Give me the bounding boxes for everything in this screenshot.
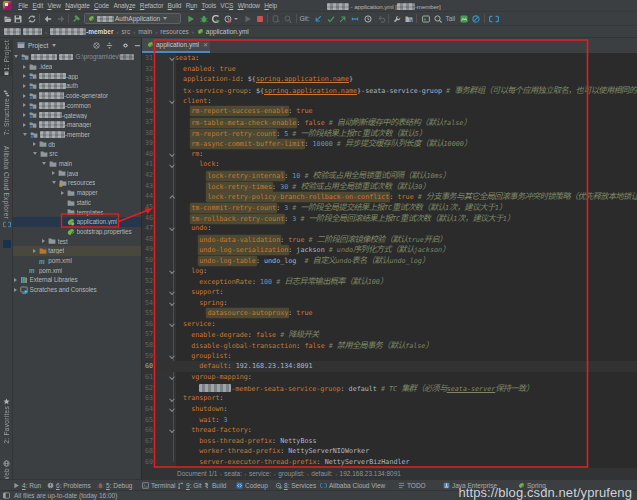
panel-title[interactable]: Project <box>28 42 48 49</box>
editor-line-60[interactable]: 60 default: 192.168.23.134:8091 <box>142 361 637 372</box>
line-number[interactable]: 46 <box>142 214 153 222</box>
tree-item-.idea[interactable]: .idea <box>13 62 142 72</box>
line-number[interactable]: 53 <box>142 288 153 296</box>
editor-line-67[interactable]: 67 boss-thread-prefix: NettyBoss <box>142 436 637 447</box>
run-anything-icon[interactable] <box>422 15 430 23</box>
line-number[interactable]: 42 <box>142 171 153 179</box>
line-number[interactable]: 31 <box>142 54 153 62</box>
editor-line-44[interactable]: 44 lock-retry-policy-branch-rollback-on-… <box>142 191 637 202</box>
open-icon[interactable] <box>4 15 12 23</box>
menu-navigate[interactable]: Navigate <box>63 2 92 9</box>
tree-item-resources[interactable]: resources <box>13 178 142 188</box>
editor-line-66[interactable]: 66 thread-factory: <box>142 425 637 436</box>
line-number[interactable]: 56 <box>142 320 153 328</box>
screenshot-icon[interactable] <box>460 15 468 23</box>
toolwindow-5-debug[interactable]: 5: Debug <box>97 480 132 490</box>
line-number[interactable]: 35 <box>142 97 153 105</box>
breadcrumb-member[interactable]: -member <box>86 28 113 35</box>
editor-line-39[interactable]: 39 rm-async-commit-buffer-limit: 10000 #… <box>142 138 637 149</box>
menu-refactor[interactable]: Refactor <box>138 2 166 9</box>
editor-line-48[interactable]: 48 undo-data-validation: true # 二阶段回滚镜像校… <box>142 234 637 245</box>
editor-line-43[interactable]: 43 lock-retry-times: 30 # 校验或占用全局锁重试次数（默… <box>142 181 637 192</box>
tree-item-External-Libraries[interactable]: External Libraries <box>13 275 142 285</box>
editor-line-35[interactable]: 35 client: <box>142 96 637 107</box>
settings-wrench-icon[interactable] <box>393 15 401 23</box>
chevron-collapsed-icon[interactable] <box>42 239 45 243</box>
editor-line-47[interactable]: 47 undo: <box>142 223 637 234</box>
tree-item--gateway[interactable]: -gateway <box>13 110 142 120</box>
code-editor[interactable]: 31seata:32 enabled: true33 application-i… <box>142 53 637 468</box>
editor-line-61[interactable]: 61 vgroup-mapping: <box>142 372 637 383</box>
toolwindow-terminal[interactable]: Terminal <box>142 480 176 490</box>
menu-file[interactable]: File <box>16 2 30 9</box>
history-icon[interactable] <box>364 15 372 23</box>
doc-crumb-3[interactable]: grouplist: <box>278 470 304 477</box>
line-number[interactable]: 64 <box>142 405 153 413</box>
doc-crumb-4[interactable]: default: <box>311 470 332 477</box>
stripe-structure-button[interactable]: 7: Structure <box>0 90 13 142</box>
tree-item-src[interactable]: src <box>13 149 142 159</box>
tree-item--app[interactable]: -app <box>13 71 142 81</box>
editor-line-63[interactable]: 63 transport: <box>142 393 637 404</box>
coverage-icon[interactable] <box>212 15 220 23</box>
breadcrumb-resources[interactable]: resources <box>160 28 189 35</box>
close-icon[interactable]: ✕ <box>203 41 208 48</box>
tree-item-pom.xml[interactable]: mpom.xml <box>13 256 142 266</box>
editor-line-68[interactable]: 68 worker-thread-prefix: NettyServerNIOW… <box>142 446 637 457</box>
menu-build[interactable]: Build <box>165 2 183 9</box>
toolwindow-6-problems[interactable]: 6: Problems <box>47 480 91 490</box>
tail-label[interactable]: Tail <box>446 15 456 22</box>
profiler-icon[interactable] <box>224 15 232 23</box>
editor-line-37[interactable]: 37 rm-table-meta-check-enable: false # 自… <box>142 117 637 128</box>
collapse-all-icon[interactable] <box>106 42 113 49</box>
stripe-project-button[interactable]: 1: Project <box>0 40 13 76</box>
forward-icon[interactable] <box>57 15 65 23</box>
tree-item--common[interactable]: -common <box>13 101 142 111</box>
editor-line-51[interactable]: 51 log: <box>142 266 637 277</box>
editor-line-55[interactable]: 55 datasource-autoproxy: true <box>142 308 637 319</box>
line-number[interactable]: 54 <box>142 299 153 307</box>
menu-analyze[interactable]: Analyze <box>111 2 137 9</box>
menu-window[interactable]: Window <box>235 2 262 9</box>
tree-item-target[interactable]: target <box>13 246 142 256</box>
toolwindow-4-run[interactable]: 4: Run <box>13 480 41 490</box>
hide-panel-icon[interactable] <box>134 42 141 49</box>
tree-item-mapper[interactable]: mapper <box>13 188 142 198</box>
editor-line-56[interactable]: 56 service: <box>142 319 637 330</box>
line-number[interactable]: 55 <box>142 309 153 317</box>
breadcrumb-main[interactable]: main <box>138 28 152 35</box>
chevron-expanded-icon[interactable] <box>42 162 46 165</box>
menu-code[interactable]: Code <box>92 2 111 9</box>
doc-crumb-5[interactable]: 192.168.23.134:8091 <box>340 470 401 477</box>
line-number[interactable]: 61 <box>142 373 153 381</box>
tree-item-java[interactable]: java <box>13 168 142 178</box>
editor-line-49[interactable]: 49 undo-log-serialization: jackson # und… <box>142 244 637 255</box>
chevron-expanded-icon[interactable] <box>23 133 27 136</box>
line-number[interactable]: 50 <box>142 256 153 264</box>
menu-help[interactable]: Help <box>262 2 279 9</box>
editor-line-40[interactable]: 40 rm: <box>142 149 637 160</box>
chevron-collapsed-icon[interactable] <box>23 94 26 98</box>
line-number[interactable]: 43 <box>142 182 153 190</box>
doc-crumb-2[interactable]: service: <box>249 470 271 477</box>
line-number[interactable]: 59 <box>142 352 153 360</box>
editor-line-31[interactable]: 31seata: <box>142 53 637 64</box>
chevron-collapsed-icon[interactable] <box>23 84 26 88</box>
tree-item-db[interactable]: db <box>13 139 142 149</box>
doc-crumb-0[interactable]: Document 1/1 <box>177 470 217 477</box>
tree-item--manager[interactable]: -manager <box>13 120 142 130</box>
breadcrumb-src[interactable]: src <box>121 28 130 35</box>
line-number[interactable]: 62 <box>142 384 153 392</box>
line-number[interactable]: 58 <box>142 341 153 349</box>
tree-item-pom.xml[interactable]: mpom.xml <box>13 265 142 275</box>
editor-line-50[interactable]: 50 undo-log-table: undo_log # 自定义undo表名（… <box>142 255 637 266</box>
chevron-collapsed-icon[interactable] <box>52 171 55 175</box>
chevron-collapsed-icon[interactable] <box>23 123 26 127</box>
chevron-expanded-icon[interactable] <box>14 55 18 58</box>
ban-icon[interactable] <box>472 15 480 23</box>
editor-line-32[interactable]: 32 enabled: true <box>142 64 637 75</box>
sync-icon[interactable] <box>28 15 36 23</box>
chevron-collapsed-icon[interactable] <box>23 103 26 107</box>
line-number[interactable]: 38 <box>142 129 153 137</box>
line-number[interactable]: 67 <box>142 437 153 445</box>
